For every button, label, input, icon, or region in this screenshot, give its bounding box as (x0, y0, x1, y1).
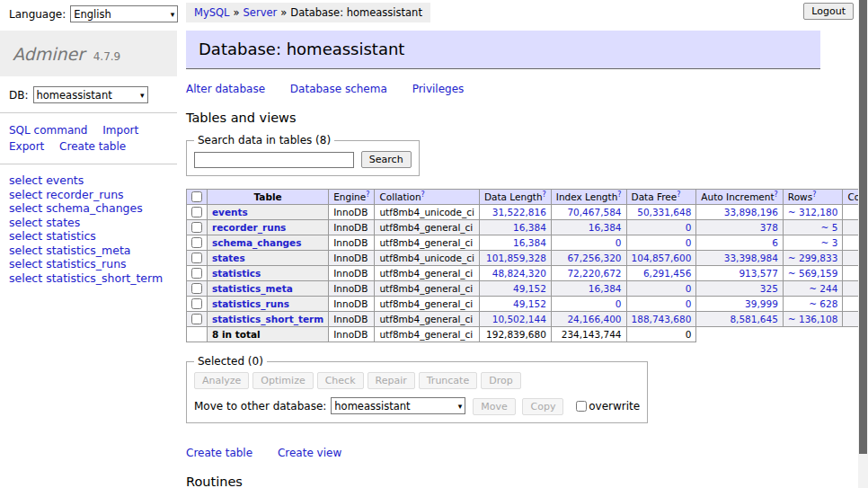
table-name-link[interactable]: states (46, 216, 80, 229)
analyze-button[interactable]: Analyze (194, 372, 249, 389)
select-all-checkbox[interactable] (191, 191, 202, 202)
select-link[interactable]: select (9, 173, 42, 187)
value-link[interactable]: 10,502,144 (492, 314, 546, 324)
column-help-link[interactable]: ? (617, 191, 621, 199)
value-link[interactable]: ~ 3 (821, 237, 838, 248)
search-button[interactable]: Search (361, 151, 412, 168)
column-help-link[interactable]: ? (543, 191, 546, 199)
value-link[interactable]: 33,398,984 (724, 253, 778, 263)
value-link[interactable]: 0 (686, 298, 692, 309)
table-link[interactable]: statistics (212, 268, 261, 279)
db-link-database-schema[interactable]: Database schema (290, 83, 387, 95)
value-link[interactable]: 16,384 (589, 222, 622, 233)
column-help-link[interactable]: ? (812, 191, 816, 199)
value-link[interactable]: 67,256,320 (567, 253, 621, 263)
row-checkbox[interactable] (191, 207, 202, 217)
check-button[interactable]: Check (317, 372, 364, 389)
value-link[interactable]: 16,384 (513, 237, 546, 248)
value-link[interactable]: ~ 244 (809, 283, 837, 294)
value-link[interactable]: ~ 5 (821, 222, 838, 233)
value-link[interactable]: 0 (686, 222, 692, 233)
sidebar-action-sql-command[interactable]: SQL command (9, 124, 87, 137)
select-link[interactable]: select (9, 229, 42, 243)
table-name-link[interactable]: statistics_meta (46, 244, 130, 257)
table-name-link[interactable]: statistics (46, 229, 96, 243)
row-checkbox[interactable] (191, 298, 202, 309)
breadcrumb-link-mysql[interactable]: MySQL (194, 6, 230, 19)
value-link[interactable]: 6,291,456 (643, 268, 691, 279)
value-link[interactable]: 16,384 (513, 222, 546, 233)
table-name-link[interactable]: schema_changes (46, 201, 143, 215)
value-link[interactable]: 33,898,196 (724, 207, 778, 217)
select-link[interactable]: select (9, 257, 42, 271)
row-checkbox[interactable] (191, 237, 202, 248)
value-link[interactable]: 0 (616, 298, 622, 309)
repair-button[interactable]: Repair (368, 372, 415, 389)
logout-button[interactable]: Logout (803, 3, 854, 20)
link-create-table[interactable]: Create table (186, 447, 252, 459)
select-link[interactable]: select (9, 271, 42, 285)
table-link[interactable]: statistics_short_term (212, 314, 323, 324)
sidebar-action-export[interactable]: Export (9, 140, 44, 153)
table-link[interactable]: schema_changes (212, 237, 302, 248)
column-help-link[interactable]: ? (421, 191, 425, 199)
row-checkbox[interactable] (191, 314, 202, 324)
truncate-button[interactable]: Truncate (419, 372, 477, 389)
value-link[interactable]: 325 (760, 283, 778, 294)
scrollbar[interactable] (858, 0, 868, 488)
language-select[interactable]: English (70, 5, 178, 22)
column-help-link[interactable]: ? (775, 191, 778, 199)
db-link-privileges[interactable]: Privileges (412, 83, 465, 95)
value-link[interactable]: ~ 628 (809, 298, 837, 309)
value-link[interactable]: 48,824,320 (492, 268, 546, 279)
row-checkbox[interactable] (191, 283, 202, 294)
column-help-link[interactable]: ? (366, 191, 369, 199)
search-input[interactable] (194, 152, 354, 168)
drop-button[interactable]: Drop (481, 372, 520, 389)
move-button[interactable]: Move (473, 398, 516, 415)
value-link[interactable]: 49,152 (513, 283, 546, 294)
optimize-button[interactable]: Optimize (252, 372, 313, 389)
table-link[interactable]: statistics_meta (212, 283, 293, 294)
table-name-link[interactable]: events (46, 173, 84, 187)
db-link-alter-database[interactable]: Alter database (186, 83, 265, 95)
value-link[interactable]: 0 (686, 237, 692, 248)
value-link[interactable]: 104,857,600 (632, 253, 692, 263)
value-link[interactable]: ~ 312,180 (788, 207, 838, 217)
table-link[interactable]: events (212, 207, 248, 217)
value-link[interactable]: ~ 569,159 (788, 268, 838, 279)
row-checkbox[interactable] (191, 268, 202, 279)
overwrite-checkbox[interactable] (576, 401, 587, 412)
table-name-link[interactable]: statistics_short_term (46, 271, 163, 285)
value-link[interactable]: 101,859,328 (486, 253, 546, 263)
select-link[interactable]: select (9, 216, 42, 229)
value-link[interactable]: 70,467,584 (567, 207, 621, 217)
value-link[interactable]: 378 (760, 222, 778, 233)
value-link[interactable]: 0 (616, 237, 622, 248)
link-create-view[interactable]: Create view (278, 447, 341, 459)
breadcrumb-link-server[interactable]: Server (244, 6, 278, 19)
column-help-link[interactable]: ? (677, 191, 680, 199)
select-link[interactable]: select (9, 201, 42, 215)
sidebar-action-import[interactable]: Import (102, 124, 138, 137)
value-link[interactable]: 50,331,648 (637, 207, 691, 217)
table-link[interactable]: recorder_runs (212, 222, 286, 233)
value-link[interactable]: 0 (686, 283, 692, 294)
value-link[interactable]: 16,384 (589, 283, 622, 294)
select-link[interactable]: select (9, 244, 42, 257)
table-name-link[interactable]: recorder_runs (46, 188, 124, 201)
row-checkbox[interactable] (191, 253, 202, 263)
select-link[interactable]: select (9, 188, 42, 201)
value-link[interactable]: 24,166,400 (567, 314, 621, 324)
value-link[interactable]: 913,577 (739, 268, 777, 279)
value-link[interactable]: ~ 299,833 (788, 253, 838, 263)
table-link[interactable]: statistics_runs (212, 298, 289, 309)
copy-button[interactable]: Copy (522, 398, 563, 415)
row-checkbox[interactable] (191, 222, 202, 233)
move-db-select[interactable]: homeassistant (331, 397, 465, 414)
value-link[interactable]: 188,743,680 (632, 314, 692, 324)
value-link[interactable]: ~ 136,108 (788, 314, 838, 324)
value-link[interactable]: 31,522,816 (492, 207, 546, 217)
value-link[interactable]: 72,220,672 (567, 268, 621, 279)
value-link[interactable]: 8,581,645 (730, 314, 777, 324)
